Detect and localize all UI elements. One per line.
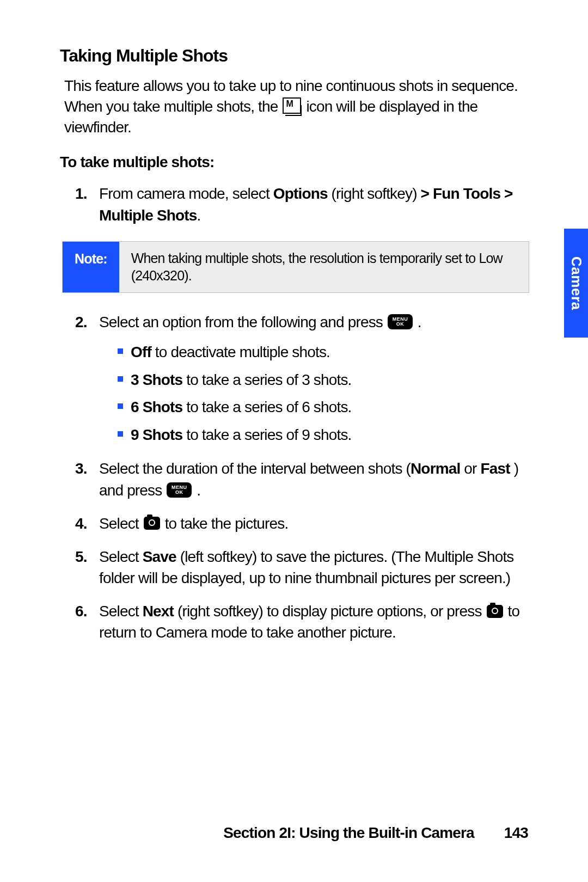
section-tab-camera: Camera — [564, 229, 588, 338]
menu-ok-icon: MENUOK — [388, 314, 413, 329]
step-1: From camera mode, select Options (right … — [97, 183, 528, 292]
note-body: When taking multiple shots, the resoluti… — [119, 242, 529, 292]
option-6shots: 6 Shots to take a series of 6 shots. — [118, 396, 528, 419]
page-footer: Section 2I: Using the Built-in Camera 14… — [223, 824, 528, 842]
option-9shots: 9 Shots to take a series of 9 shots. — [118, 424, 528, 446]
page-number: 143 — [504, 824, 528, 841]
option-off: Off to deactivate multiple shots. — [118, 341, 528, 364]
footer-section-title: Section 2I: Using the Built-in Camera — [223, 824, 474, 841]
step-list: From camera mode, select Options (right … — [60, 183, 528, 643]
options-label: Options — [273, 185, 328, 202]
menu-ok-icon: MENUOK — [167, 482, 192, 498]
step-6: Select Next (right softkey) to display p… — [97, 601, 528, 643]
multi-shot-icon — [283, 97, 301, 114]
camera-icon — [487, 605, 503, 618]
note-box: Note: When taking multiple shots, the re… — [62, 241, 529, 293]
note-label: Note: — [63, 242, 119, 292]
step1-text-e: . — [197, 207, 201, 224]
step-2: Select an option from the following and … — [97, 311, 528, 446]
procedure-subhead: To take multiple shots: — [60, 154, 528, 171]
page-heading: Taking Multiple Shots — [60, 46, 528, 66]
option-3shots: 3 Shots to take a series of 3 shots. — [118, 369, 528, 391]
save-label: Save — [143, 548, 176, 565]
next-label: Next — [143, 603, 174, 620]
normal-label: Normal — [411, 460, 460, 477]
option-list: Off to deactivate multiple shots. 3 Shot… — [118, 341, 528, 446]
manual-page: Taking Multiple Shots This feature allow… — [0, 0, 588, 882]
step-3: Select the duration of the interval betw… — [97, 458, 528, 500]
step1-text-a: From camera mode, select — [99, 185, 273, 202]
step2-text: Select an option from the following and … — [99, 314, 387, 330]
step-4: Select to take the pictures. — [97, 513, 528, 534]
step1-text-c: (right softkey) — [328, 185, 421, 202]
fast-label: Fast — [481, 460, 510, 477]
intro-paragraph: This feature allows you to take up to ni… — [64, 76, 528, 137]
camera-icon — [144, 517, 160, 530]
step-5: Select Save (left softkey) to save the p… — [97, 546, 528, 589]
